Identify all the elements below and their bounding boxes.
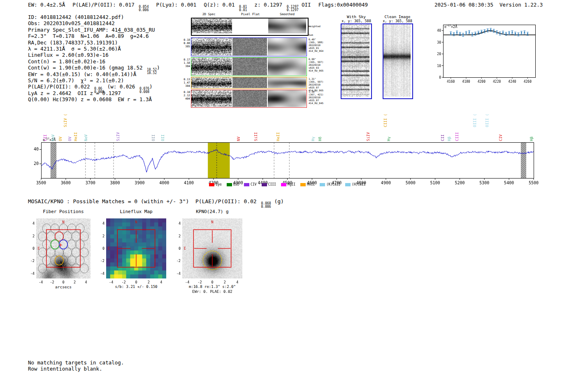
y-axis-tick-label: 0 [171,246,181,251]
col-header-2dspec: 2D Spec [202,12,216,16]
y-axis-tick-label: 2 [25,234,35,238]
legend-item: Lyα [209,183,221,186]
y-axis-tick-label: -4 [25,271,35,276]
line-marker-label: HeII [74,132,78,141]
kpno-cutout-panel: KPNO(24.7) g m:16.8 re:1.3" s:2.0" EWr: … [170,208,256,295]
full-spectrum-chart [25,138,547,186]
footer-line-2: Row intentionally blank. [28,366,102,372]
right-label: 1.30" [309,90,323,93]
line-marker-label: Hβ [530,137,534,141]
weighted-label-line2: Sum [309,33,321,36]
x-axis-tick-label: 4 [156,280,166,284]
x-axis-tick-label: -4 [106,280,116,284]
with-sky-image [341,24,369,97]
line-marker-label: NeV [51,135,55,141]
text-segment: ) [149,84,153,90]
stacked-uncertainty: 0.0760.008 [139,87,149,93]
overlined-digits: 89 [118,33,124,39]
fiber-positions-image [36,218,91,278]
text-segment: Q(0.00) Hε(3970) z = 0.0608 EW r = 1.3Å [28,96,152,102]
kpno-caption-1: m:16.8 re:1.3" s:2.0" [182,285,242,289]
x-axis-tick-label: 2 [70,280,80,284]
spec2d-row-image [191,77,306,88]
legend-swatch [262,183,267,186]
left-value: 0.18 [179,38,190,42]
header-segment: P(LAE)/P(OII): 0.017 0.0540.006 [72,2,149,12]
detection-info-block: ID: 4018812442 (4018812442.pdf)Obs: 2022… [28,14,160,102]
uncertainty-lower: 0.006 [139,9,149,12]
x-axis-tick-label: 2 [220,280,230,284]
info-line: S/N = 6.2(±0.7) χ² = 2.1(±0.2) [28,77,160,84]
right-label: 20220310 [309,83,323,86]
stacked-uncertainty: 0.010.01 [239,5,247,12]
unit-tail: ×2Å [451,25,457,29]
line-marker-label: Hδ [318,137,322,141]
lineflux-map-caption: s/b: 3.21 +/- 0.150 [106,285,166,289]
left-value: 404 [179,97,190,100]
text-segment: Cont(w) = 1.90(±0.00)e-16 (gmag 18.52 [28,65,146,71]
stacked-uncertainty: 0.0680.006 [261,202,271,208]
line-marker-label: NV [237,137,241,141]
right-label: 1.31" [309,77,323,80]
legend-swatch [320,183,325,186]
header-segment: Q(z): 0.01 0.010.01 [204,2,247,12]
line-marker-label: CIII ( [383,114,388,127]
right-label: (365, 597) [309,60,323,63]
text-segment: Q(z): 0.01 [204,2,238,8]
text-segment: EW: 0.4±2.5Å [28,2,65,8]
datetime-version: 2025-01-06 08:30:35 Version 1.22.3 [434,2,543,8]
x-axis-tick-label: 0 [131,280,141,284]
info-line: F=2.3" T=0.178 N=1.06 A=0.89 g=24.6 [28,33,160,39]
clean-image-title: Clean Image [382,14,413,19]
uncertainty-lower: 0.01 [239,9,247,12]
legend-item: (H)CaII [345,183,366,186]
legend-label: (H)CaII [352,183,366,186]
line-marker-label: HeII [276,132,280,141]
right-label: v025_01 [309,46,323,49]
left-value: 0.88 [179,42,190,45]
right-label: (365, 597) [309,80,323,83]
summary-header: EW: 0.4±2.5ÅP(LAE)/P(OII): 0.017 0.0540.… [28,2,368,12]
text-segment: (w: 0.026 [104,84,138,90]
info-line: EWr = 0.43(±0.15) (w: 0.40(±0.14))Å [28,71,160,77]
header-segment: P(Lyα): 0.001 [156,2,196,12]
kpno-caption-2: EWr: 0. PLAE: 0.02 [182,290,242,294]
clean-image-box [383,23,413,99]
y-axis-tick-label: 4 [95,221,105,225]
line-marker-label: NeV [84,135,88,141]
legend-swatch [345,183,351,186]
x-axis-tick-label: 4 [81,280,91,284]
line-marker-label: OV [58,137,63,141]
spec2d-row-image [191,38,306,56]
legend-item: CIII [262,183,276,186]
y-axis-tick-label: 4 [25,221,35,225]
right-label: 414_RU_045 [309,102,323,104]
footer-line-1: No matching targets in catalog. [28,360,124,366]
with-sky-title: With Sky [341,14,372,19]
x-axis-tick-label: -4 [182,280,192,284]
legend-label: CIII [268,183,276,186]
left-value: 384 [179,84,190,88]
spec2d-row-left-values: 0.180.88385 [179,38,190,48]
spectral-line-legend: LyαOIICIVCIIIMgIIHeII(K)CaII(H)CaII [41,183,534,186]
y-axis-tick-label: -4 [95,271,105,276]
header-segment: z: 0.1297 0.12970.1297 OII [254,2,311,12]
x-axis-tick-label: -2 [119,280,129,284]
right-label: 20220310 [309,63,323,66]
lineflux-map-panel: Lineflux Map s/b: 3.21 +/- 0.150 -4-4-2-… [94,208,180,295]
line-marker-label: OV [68,137,72,141]
legend-label: OII [233,183,239,186]
text-segment: LineFlux = 2.60(±0.93)e-16 [28,52,109,58]
spec2d-row-left-values: 0.131.47384 [179,78,190,88]
line-marker-label: CII [441,135,445,141]
spec2d-row-right-labels: 0.99"(365, 597)20220310v025_03414_RU_065 [309,58,323,72]
lineflux-map-title: Lineflux Map [106,209,166,214]
right-label: v025_03 [309,66,323,69]
legend-label: Lyα [216,183,221,186]
line-marker-label: SiIV [116,132,120,141]
legend-item: CIV [244,183,256,186]
uncertainty-lower: 0.1297 [287,9,299,12]
uncertainty-lower: 0.006 [261,205,271,209]
legend-swatch [281,183,286,186]
spec2d-row-right-labels: 1.31"(365, 597)20220310v025_07414_RU_065 [309,77,323,92]
